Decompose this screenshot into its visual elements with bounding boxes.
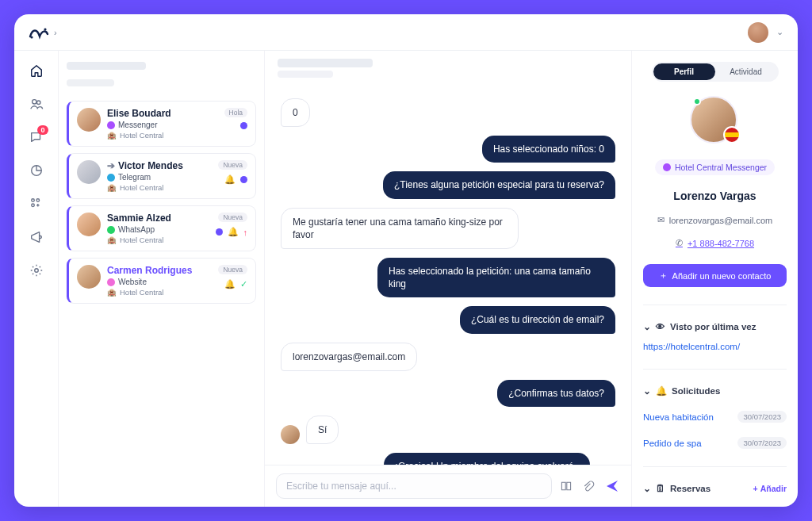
tab-activity[interactable]: Actividad [715, 63, 777, 80]
chevron-down-icon: ⌄ [643, 385, 651, 396]
bell-icon[interactable]: 🔔 [224, 174, 236, 185]
home-icon[interactable] [28, 62, 45, 79]
chevron-right-icon[interactable]: › [54, 28, 57, 37]
svg-point-6 [36, 199, 40, 202]
broadcast-icon[interactable] [28, 228, 45, 246]
building-icon: 🏨 [107, 236, 117, 244]
profile-panel: Perfil Actividad Hotel Central Messenger… [631, 51, 798, 507]
attachment-icon[interactable] [582, 480, 595, 492]
unread-dot [240, 122, 247, 129]
send-button[interactable] [604, 478, 620, 494]
message-bubble-agent: ¿Cuál es tu dirección de email? [460, 306, 615, 333]
svg-point-0 [30, 36, 33, 38]
messages: 0 Has seleccionado niños: 0 ¿Tienes algu… [265, 86, 631, 465]
profile-phone[interactable]: +1 888-482-7768 [688, 239, 754, 248]
contacts-icon[interactable] [28, 95, 45, 113]
priority-arrow-icon: ↑ [243, 228, 248, 237]
logo-icon [29, 25, 49, 40]
logo-area: › [29, 25, 57, 40]
profile-tabs: Perfil Actividad [652, 62, 779, 82]
avatar [77, 160, 101, 184]
unread-dot [240, 176, 247, 183]
plus-icon: ＋ [659, 270, 668, 282]
email-icon: ✉ [657, 215, 665, 225]
building-icon: 🏨 [107, 183, 117, 192]
analytics-icon[interactable] [28, 162, 45, 179]
conversation-list: Elise Boudard Messenger 🏨Hotel Central H… [59, 51, 265, 507]
request-date: 30/07/2023 [737, 411, 787, 423]
status-tag: Nueva [218, 213, 247, 222]
app-frame: › ⌄ 0 [14, 14, 798, 507]
request-label[interactable]: Pedido de spa [643, 439, 702, 448]
calendar-icon: 🗓 [656, 484, 665, 493]
status-tag: Nueva [218, 160, 247, 170]
eye-icon: 👁 [656, 322, 665, 331]
channel-label: WhatsApp [118, 225, 155, 234]
reply-arrow-icon: ➔ [107, 160, 115, 171]
add-contact-button[interactable]: ＋ Añadir un nuevo contacto [643, 264, 787, 287]
request-date: 30/07/2023 [737, 437, 787, 449]
add-contact-label: Añadir un nuevo contacto [672, 271, 772, 281]
divider [643, 466, 787, 467]
settings-icon[interactable] [28, 262, 45, 279]
section-bookings[interactable]: ⌄ 🗓 Reservas +Añadir [643, 483, 787, 494]
topbar-user: ⌄ [748, 22, 783, 43]
bell-icon[interactable]: 🔔 [224, 279, 236, 289]
presence-dot-icon [693, 98, 701, 105]
conversation-name: Victor Mendes [118, 160, 183, 171]
conversation-name: Elise Boudard [107, 108, 218, 119]
messenger-icon [107, 121, 115, 129]
user-menu-chevron-icon[interactable]: ⌄ [776, 27, 783, 37]
conversation-card[interactable]: Sammie Alzed WhatsApp 🏨Hotel Central Nue… [67, 205, 256, 251]
message-bubble-agent: ¿Confirmas tus datos? [497, 380, 615, 407]
bell-icon[interactable]: 🔔 [228, 227, 239, 237]
unread-dot [216, 228, 223, 236]
chat-area: 0 Has seleccionado niños: 0 ¿Tienes algu… [265, 51, 631, 507]
templates-icon[interactable] [560, 480, 573, 492]
plus-icon: + [753, 484, 758, 493]
inbox-icon[interactable]: 0 [28, 128, 45, 146]
request-item: Nueva habitación 30/07/2023 [643, 411, 787, 423]
building-icon: 🏨 [107, 288, 117, 297]
request-label[interactable]: Nueva habitación [643, 412, 714, 422]
messenger-icon [663, 163, 671, 171]
profile-avatar [690, 96, 741, 144]
bell-icon: 🔔 [656, 385, 667, 396]
avatar [77, 213, 101, 236]
apps-icon[interactable] [28, 195, 45, 213]
resolved-check-icon: ✓ [240, 279, 247, 289]
message-bubble-user: Me gustaría tener una cama tamaño king-s… [281, 208, 519, 249]
message-bubble-user: 0 [281, 98, 310, 127]
channel-label: Telegram [118, 173, 151, 182]
avatar [77, 265, 101, 289]
composer [265, 465, 631, 507]
message-bubble-agent: ¡Gracias! Un miembro del equipo evaluará… [384, 453, 590, 465]
channel-label: Messenger [118, 121, 157, 129]
hotel-label: Hotel Central [120, 236, 163, 244]
message-input[interactable] [276, 473, 552, 499]
hotel-label: Hotel Central [120, 183, 163, 192]
request-item: Pedido de spa 30/07/2023 [643, 437, 787, 449]
section-last-seen[interactable]: ⌄ 👁 Visto por última vez [643, 321, 787, 332]
message-bubble-agent: Has seleccionado la petición: una cama t… [377, 258, 615, 297]
profile-name: Lorenzo Vargas [643, 190, 787, 202]
last-seen-url[interactable]: https://hotelcentral.com/ [643, 342, 787, 351]
current-user-avatar[interactable] [748, 22, 768, 43]
tab-profile[interactable]: Perfil [653, 63, 715, 80]
divider [643, 305, 787, 305]
status-tag: Nueva [218, 265, 247, 274]
hotel-label: Hotel Central [120, 288, 163, 297]
status-tag: Hola [224, 108, 247, 117]
add-booking-button[interactable]: +Añadir [753, 484, 787, 493]
conversation-card[interactable]: Carmen Rodrigues Website 🏨Hotel Central … [67, 258, 256, 304]
channel-label: Website [118, 278, 147, 286]
conversation-card[interactable]: Elise Boudard Messenger 🏨Hotel Central H… [67, 101, 256, 147]
svg-point-3 [36, 101, 40, 105]
add-label: Añadir [760, 484, 787, 493]
conversation-card[interactable]: ➔Victor Mendes Telegram 🏨Hotel Central N… [67, 153, 256, 199]
section-requests[interactable]: ⌄ 🔔 Solicitudes [643, 385, 787, 396]
website-icon [107, 278, 115, 286]
chevron-down-icon: ⌄ [643, 483, 651, 494]
hotel-label: Hotel Central [120, 131, 163, 140]
section-title: Solicitudes [672, 386, 720, 396]
